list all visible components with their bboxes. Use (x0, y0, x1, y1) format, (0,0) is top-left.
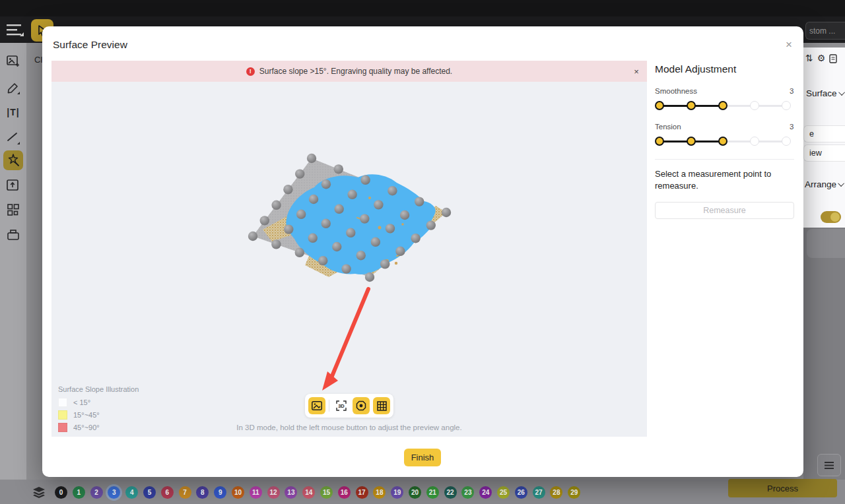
measurement-point[interactable] (271, 239, 281, 249)
gear-icon[interactable]: ⚙ (817, 53, 826, 63)
arrange-dropdown[interactable]: Arrange (805, 179, 844, 189)
surface-mode-dropdown[interactable]: Surface (806, 88, 845, 98)
warning-close-button[interactable]: × (631, 66, 642, 77)
layer-chip-5[interactable]: 5 (143, 486, 156, 499)
measurement-point[interactable] (360, 214, 369, 223)
measurement-point[interactable] (260, 216, 269, 225)
measurement-point[interactable] (356, 251, 366, 260)
remeasure-button[interactable]: Remeasure (655, 202, 794, 219)
process-button[interactable]: Process (728, 479, 837, 497)
custom-preset-dropdown[interactable]: stom ... (805, 22, 845, 40)
measurement-point[interactable] (309, 195, 318, 204)
slider-stop-1[interactable] (655, 101, 664, 110)
measurement-point[interactable] (296, 210, 306, 219)
measurement-point[interactable] (426, 220, 436, 230)
measurement-point[interactable] (347, 190, 356, 199)
tension-slider[interactable] (655, 137, 784, 146)
measurement-point[interactable] (321, 219, 331, 228)
dialog-close-button[interactable]: × (782, 38, 795, 51)
measurement-point[interactable] (334, 205, 343, 214)
layer-chip-25[interactable]: 25 (497, 486, 510, 499)
legend-swatch-15-45 (58, 410, 67, 420)
measurement-point[interactable] (374, 200, 383, 209)
slider-stop-4[interactable] (750, 137, 759, 146)
material-tool[interactable] (5, 227, 21, 243)
main-menu-button[interactable] (7, 24, 24, 37)
measurement-point[interactable] (411, 234, 420, 243)
points-mode-button[interactable] (353, 397, 370, 414)
measurement-point[interactable] (332, 242, 341, 251)
measurement-point[interactable] (248, 232, 257, 241)
layer-chip-15[interactable]: 15 (320, 486, 333, 499)
measurement-point[interactable] (415, 197, 424, 206)
insert-image-tool[interactable] (5, 53, 21, 69)
layer-chip-0[interactable]: 0 (55, 486, 67, 499)
import-tool[interactable] (5, 177, 21, 193)
measurement-point[interactable] (284, 224, 293, 234)
sort-icon[interactable]: ⇅ (805, 53, 813, 63)
measurement-point[interactable] (321, 179, 331, 189)
layers-button[interactable] (33, 487, 45, 498)
layer-chip-26[interactable]: 26 (515, 486, 527, 499)
layer-chip-2[interactable]: 2 (90, 486, 103, 499)
layer-chip-16[interactable]: 16 (338, 486, 351, 499)
layer-chip-10[interactable]: 10 (232, 486, 244, 499)
measurement-point[interactable] (295, 169, 304, 178)
panel-toggle[interactable] (821, 211, 841, 223)
draw-tool[interactable] (5, 80, 21, 96)
measurement-point[interactable] (283, 185, 292, 194)
layer-chip-27[interactable]: 27 (533, 486, 545, 499)
slider-stop-2[interactable] (687, 101, 696, 110)
layer-chip-17[interactable]: 17 (356, 486, 368, 499)
grid-mode-button[interactable] (373, 397, 390, 414)
measurement-point[interactable] (346, 228, 355, 237)
slider-stop-2[interactable] (687, 137, 696, 146)
slider-stop-3[interactable] (718, 137, 727, 146)
layer-chip-11[interactable]: 11 (250, 486, 262, 499)
layer-chip-6[interactable]: 6 (161, 486, 174, 499)
measurement-point[interactable] (308, 234, 318, 243)
measurement-point[interactable] (334, 164, 343, 173)
measurement-point[interactable] (395, 247, 405, 256)
measurement-point[interactable] (295, 248, 304, 257)
preview-button-partial[interactable]: iew (803, 144, 845, 162)
measurement-point[interactable] (360, 175, 370, 185)
measurement-point[interactable] (400, 210, 409, 220)
slider-stop-4[interactable] (750, 101, 759, 110)
measurement-point[interactable] (442, 208, 451, 217)
smoothness-slider[interactable] (655, 101, 784, 110)
slider-stop-5[interactable] (782, 101, 791, 110)
slider-stop-1[interactable] (655, 137, 664, 146)
measure-button-partial[interactable]: e (803, 125, 845, 142)
document-icon[interactable] (829, 54, 837, 63)
layer-chip-12[interactable]: 12 (267, 486, 280, 499)
surface-3d-view[interactable] (51, 82, 647, 437)
3d-mode-button[interactable]: 3D (333, 397, 350, 414)
measurement-point[interactable] (341, 264, 351, 273)
measurement-point[interactable] (380, 259, 389, 268)
text-tool[interactable]: |T| (5, 104, 21, 120)
measurement-point[interactable] (388, 186, 397, 195)
chevron-down-icon (838, 180, 844, 187)
image-mode-button[interactable] (308, 397, 325, 414)
ai-tool-selected[interactable] (3, 150, 23, 170)
layer-chip-21[interactable]: 21 (426, 486, 439, 499)
components-tool[interactable] (5, 202, 21, 218)
slider-stop-3[interactable] (718, 101, 727, 110)
layer-chip-7[interactable]: 7 (179, 486, 191, 499)
measurement-point[interactable] (318, 256, 327, 265)
list-view-button[interactable] (817, 454, 841, 476)
layer-chip-22[interactable]: 22 (444, 486, 457, 499)
measurement-point[interactable] (365, 272, 374, 282)
slider-stop-5[interactable] (782, 137, 791, 146)
measurement-point[interactable] (386, 224, 395, 233)
preview-mode-toolbar: 3D (305, 394, 393, 418)
finish-button[interactable]: Finish (404, 449, 441, 466)
shape-tool[interactable] (5, 130, 21, 146)
layer-chip-1[interactable]: 1 (73, 486, 85, 499)
measurement-point[interactable] (371, 237, 380, 247)
measurement-point[interactable] (307, 154, 316, 163)
layer-chip-20[interactable]: 20 (409, 486, 421, 499)
toggle-knob (830, 212, 840, 222)
measurement-point[interactable] (271, 201, 281, 210)
